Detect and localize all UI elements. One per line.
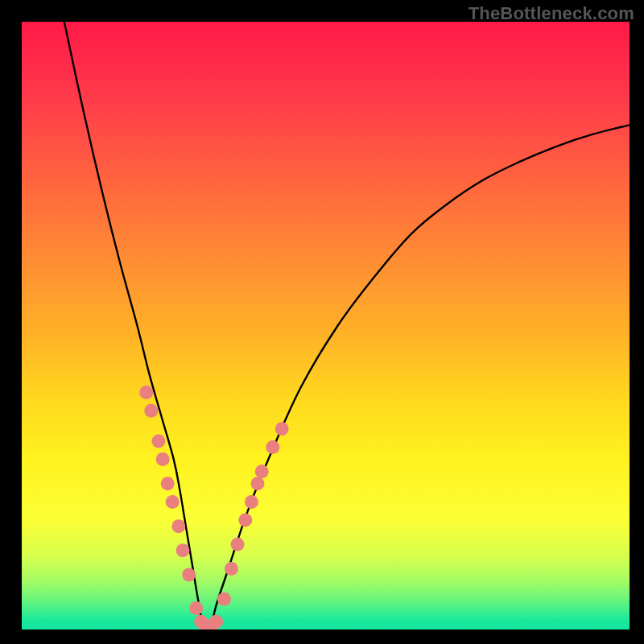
chart-plot-area [22,22,630,630]
scatter-dot [199,619,213,630]
scatter-dot [139,386,153,399]
scatter-dot [182,568,196,582]
scatter-dot [171,519,185,533]
scatter-dot [250,477,264,490]
scatter-dot [194,615,208,629]
chart-svg [22,22,630,630]
scatter-dot [245,495,258,509]
scatter-dot [266,440,279,454]
scatter-dot [225,562,238,576]
scatter-dot [144,404,158,418]
chart-frame: TheBottleneck.com [0,0,644,644]
scatter-dot [238,514,252,527]
scatter-dot [255,464,269,478]
scatter-dot [275,422,289,436]
scatter-dot [217,592,231,606]
scatter-dot [176,543,190,557]
scatter-dot [209,615,223,629]
scatter-dot [166,495,180,509]
bottleneck-curve [64,22,630,630]
scatter-dot [204,619,218,630]
scatter-dot [156,452,170,466]
scatter-dot [189,601,203,615]
scatter-dot [151,434,165,448]
scatter-dot [161,477,175,490]
scatter-dots [139,386,288,630]
scatter-dot [231,538,245,551]
